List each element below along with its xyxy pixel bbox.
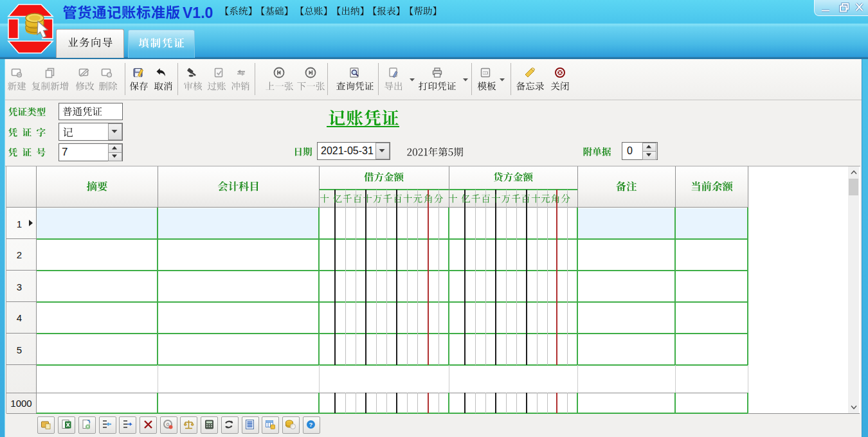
svg-text:?: ? (309, 421, 313, 428)
